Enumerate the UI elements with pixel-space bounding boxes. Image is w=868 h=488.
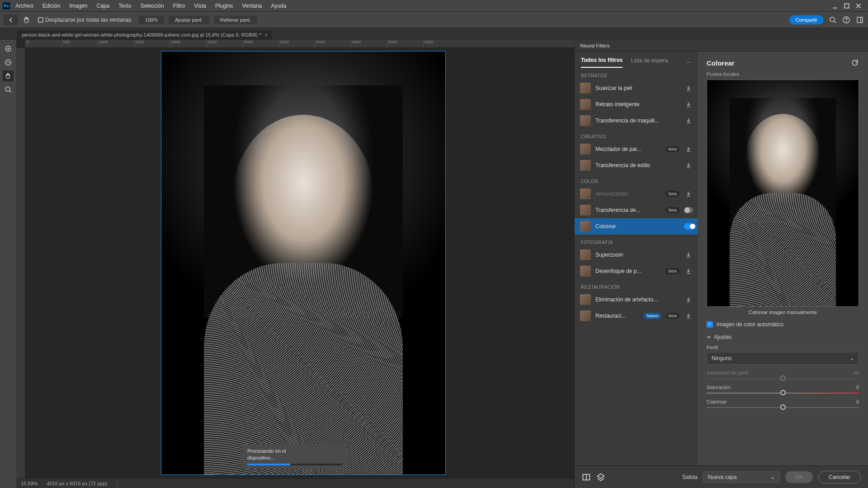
filter-thumb-icon [580,99,591,110]
filter-suavizar-piel[interactable]: Suavizar la piel [575,80,698,96]
menu-filtro[interactable]: Filtro [170,1,189,10]
filter-toggle[interactable] [684,207,693,213]
filter-superzoom[interactable]: Superzoom [575,247,698,263]
beta-badge: Beta [665,146,679,152]
ok-button[interactable]: OK [785,471,813,483]
menu-ayuda[interactable]: Ayuda [267,1,290,10]
auto-color-checkbox[interactable]: ✓ [707,321,713,328]
zoom-out-tool[interactable] [3,57,14,68]
filter-transferencia-color[interactable]: Transferencia de... Beta [575,202,698,218]
zoom-in-tool[interactable] [3,43,14,54]
download-icon[interactable] [684,85,693,91]
help-icon[interactable] [842,15,851,24]
chevron-down-icon: ⌄ [849,355,854,361]
filter-thumb-icon [580,221,591,232]
filter-thumb-icon [580,310,591,321]
search-icon[interactable] [828,15,837,24]
svg-point-8 [846,21,847,22]
menu-imagen[interactable]: Imagen [66,1,91,10]
canvas-image[interactable]: Procesando en eldispositivo... [161,51,446,475]
salida-dropdown[interactable]: Nueva capa ⌄ [703,471,780,483]
menu-capa[interactable]: Capa [93,1,113,10]
hand-tool-icon[interactable] [23,16,31,24]
filter-restauracion[interactable]: Restauraci... Nuevo Beta [575,308,698,324]
download-icon[interactable] [684,117,693,124]
beta-badge: Beta [665,207,679,213]
beta-badge: Beta [665,191,679,197]
image-dimensions: 4016 px x 6016 px (72 ppp) [47,481,107,486]
svg-rect-1 [844,4,849,8]
before-after-icon[interactable] [582,473,591,482]
filter-transferencia-maquillaje[interactable]: Transferencia de maquill... [575,113,698,129]
panel-title: Neural Filters [575,40,868,52]
saturacion-label: Saturación [707,385,731,390]
close-window-icon[interactable] [855,3,862,9]
app-logo: Ps [3,2,10,9]
tab-waitlist[interactable]: Lista de espera [631,57,668,67]
filter-eliminacion-artefactos[interactable]: Eliminación de artefacto... [575,291,698,308]
hand-tool[interactable] [3,70,14,81]
saturacion-slider[interactable] [707,393,859,394]
cian-rojo-label: Cian/rojo [707,399,726,404]
svg-marker-20 [598,474,604,478]
perfil-dropdown[interactable]: Ninguno ⌄ [707,352,859,365]
document-tab-bar: person-black-and-white-girl-woman-white-… [0,28,868,40]
layers-icon[interactable] [596,473,605,482]
focal-points-label: Puntos focales [707,71,859,77]
workspace-icon[interactable] [855,15,864,24]
canvas-area: 0 500 1000 1500 2000 2500 3000 3500 4000… [16,40,574,488]
tab-all-filters[interactable]: Todos los filtros [581,57,623,68]
scroll-all-checkbox[interactable]: Desplazarse por todas las ventanas [35,17,134,23]
zoom-tool[interactable] [3,84,14,95]
filter-thumb-icon [580,115,591,126]
intensidad-value: 50 [854,370,859,375]
menu-bar: Ps Archivo Edición Imagen Capa Texto Sel… [0,0,868,12]
download-icon[interactable] [684,296,693,303]
cancel-button[interactable]: Cancelar [818,471,861,483]
scroll-all-label: Desplazarse por todas las ventanas [45,17,132,23]
document-tab[interactable]: person-black-and-white-girl-woman-white-… [17,30,272,39]
zoom-level: 15.59% [21,481,38,486]
download-icon[interactable] [684,252,693,258]
close-tab-icon[interactable]: × [265,32,268,38]
menu-seleccion[interactable]: Selección [137,1,168,10]
download-icon[interactable] [684,313,693,319]
more-icon[interactable]: ⋯ [686,59,691,66]
menu-archivo[interactable]: Archivo [12,1,37,10]
maximize-icon[interactable] [844,3,850,9]
menu-edicion[interactable]: Edición [39,1,64,10]
menu-vista[interactable]: Vista [190,1,209,10]
zoom-100-button[interactable]: 100% [139,16,164,24]
reset-icon[interactable] [851,59,859,67]
svg-rect-9 [857,17,863,23]
back-button[interactable] [4,14,18,25]
menu-texto[interactable]: Texto [115,1,135,10]
ajustes-accordion[interactable]: Ajustes [707,334,859,340]
download-icon[interactable] [684,191,693,197]
filter-toggle[interactable] [684,223,693,230]
preview-image[interactable] [707,80,859,307]
filter-transferencia-estilo[interactable]: Transferencia de estilo [575,157,698,174]
minimize-icon[interactable] [832,3,838,9]
perfil-label: Perfil [707,345,859,350]
filter-retrato-inteligente[interactable]: Retrato inteligente [575,96,698,113]
share-button[interactable]: Compartir [789,15,824,24]
saturacion-value: 0 [856,385,859,390]
download-icon[interactable] [684,146,693,152]
menu-plugins[interactable]: Plugins [212,1,236,10]
chevron-down-icon [707,335,711,339]
menu-ventana[interactable]: Ventana [238,1,265,10]
download-icon[interactable] [684,101,693,108]
chevron-down-icon: ⌄ [770,474,775,480]
fit-screen-button[interactable]: Ajustar pant. [169,16,209,24]
cian-rojo-slider[interactable] [707,407,859,408]
download-icon[interactable] [684,162,693,169]
filter-armonizacion[interactable]: Armonización Beta [575,186,698,202]
filter-desenfoque-profundidad[interactable]: Desenfoque de p... Beta [575,263,698,279]
filter-colorear[interactable]: Colorear [575,218,698,235]
filter-mezclador-paisajes[interactable]: Mezclador de pai... Beta [575,141,698,157]
download-icon[interactable] [684,268,693,274]
auto-color-label: Imagen de color automático [717,321,783,328]
fill-screen-button[interactable]: Rellenar pant. [214,16,258,24]
intensidad-slider [707,378,859,379]
